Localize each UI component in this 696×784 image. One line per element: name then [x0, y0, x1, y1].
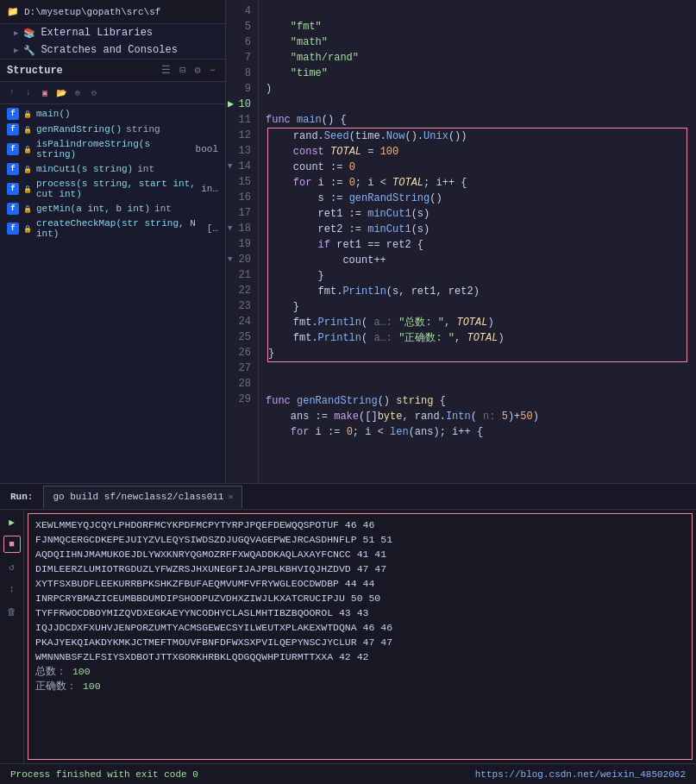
sort-desc-button[interactable]: ↓ [22, 86, 35, 100]
expand-all-button[interactable]: ⊕ [71, 86, 85, 100]
func-name3: isPalindromeString(s string) [36, 139, 191, 160]
ln-13: 13 [226, 143, 258, 159]
struct-item-ispalindrome[interactable]: f 🔒 isPalindromeString(s string) bool [0, 137, 225, 161]
structure-toolbar: ↑ ↓ ▣ 📂 ⊕ ⊖ [0, 82, 225, 104]
ln-27: 27 [226, 361, 258, 376]
func-badge7: f [7, 223, 19, 235]
expand-icon: ▶ [14, 28, 18, 38]
func-name7: createCheckMap(str string, N int) [36, 218, 203, 239]
func-name5: process(s string, start int, cut int) [36, 179, 197, 199]
ln-20: ▼20 [226, 252, 258, 267]
exit-status: Process finished with exit code 0 [10, 769, 198, 780]
sidebar: 📁 D:\mysetup\gopath\src\sf ▶ 📚 External … [0, 0, 226, 483]
ln-14: ▼14 [226, 159, 258, 174]
func-badge4: f [7, 163, 19, 175]
line-numbers: 4 5 6 7 8 9 ▶10 11 12 13 ▼14 15 16 17 ▼1… [226, 0, 259, 483]
structure-header: Structure ☰ ⊟ ⚙ − [0, 60, 225, 82]
func-name: main() [36, 109, 71, 119]
struct-item-genrandstring[interactable]: f 🔒 genRandString() string [0, 122, 225, 137]
ln-18: ▼18 [226, 221, 258, 236]
total-value: 100 [72, 666, 91, 677]
lock-icon7: 🔒 [23, 225, 32, 233]
func-type4: int [137, 164, 154, 174]
run-scroll-button[interactable]: ↕ [3, 580, 21, 598]
output-line-1: XEWLMMEYQJCQYLPHDORFMCYKPDFMCPYTYRPJPQEF… [35, 517, 685, 532]
func-type7: [… [207, 223, 218, 234]
func-badge5: f [7, 183, 19, 195]
func-badge2: f [7, 123, 19, 135]
lock-icon: 🔒 [23, 110, 32, 118]
group-button[interactable]: 📂 [54, 86, 68, 100]
run-stop-button[interactable]: ■ [3, 536, 21, 553]
structure-expand-icon[interactable]: ⊟ [177, 63, 188, 78]
ln-29: 29 [226, 392, 258, 407]
run-play-button[interactable]: ▶ [3, 513, 21, 530]
run-rerun-button[interactable]: ↺ [3, 558, 21, 575]
structure-settings-icon[interactable]: ☰ [159, 63, 173, 78]
struct-item-process[interactable]: f 🔒 process(s string, start int, cut int… [0, 177, 225, 201]
run-clear-button[interactable]: 🗑 [3, 603, 21, 620]
code-content: 4 5 6 7 8 9 ▶10 11 12 13 ▼14 15 16 17 ▼1… [226, 0, 696, 483]
lock-icon3: 🔒 [23, 146, 32, 154]
total-label: 总数： [35, 666, 66, 677]
func-name4: minCut1(s string) [36, 164, 133, 174]
output-line-3: AQDQIIHNJMAMUKOEJDLYWXKNRYQGMOZRFFXWQADD… [35, 547, 685, 561]
correct-label: 正确数： [35, 681, 77, 692]
scratch-icon: 🔧 [23, 45, 35, 56]
ln-6: 6 [226, 34, 258, 50]
lock-icon6: 🔒 [23, 205, 32, 213]
output-line-6: INRPCRYBMAZICEUMBBDUMDIPSHODPUZVDHXZIWJL… [35, 591, 685, 605]
func-badge6: f [7, 203, 19, 215]
library-icon: 📚 [23, 28, 35, 39]
collapse-all-button[interactable]: ⊖ [87, 86, 101, 100]
structure-tools: ☰ ⊟ ⚙ − [159, 63, 218, 78]
output-line-2: FJNMQCERGCDKEPEJUIYZVLEQYSIWDSZDJUGQVAGE… [35, 532, 685, 547]
lock-icon2: 🔒 [23, 126, 32, 134]
ln-24: 24 [226, 314, 258, 329]
ln-23: 23 [226, 298, 258, 314]
ln-17: 17 [226, 205, 258, 221]
output-line-5: XYTFSXBUDFLEEKURRBPKSHKZFBUFAEQMVUMFVFRY… [35, 576, 685, 591]
output-line-8: IQJJDCDXFXUHVJENPORZUMTYACMSGEWECSYILWEU… [35, 620, 685, 635]
filter-button[interactable]: ▣ [38, 86, 52, 100]
struct-item-mincut[interactable]: f 🔒 minCut1(s string) int [0, 161, 225, 177]
output-total: 总数： 100 [35, 664, 685, 679]
structure-gear-icon[interactable]: ⚙ [192, 63, 204, 78]
struct-item-getmin[interactable]: f 🔒 getMin(a int, b int) int [0, 201, 225, 216]
struct-item-main[interactable]: f 🔒 main() [0, 106, 225, 122]
ln-22: 22 [226, 283, 258, 298]
output-line-7: TYFFRWOCDBOYMIZQVDXEGKAEYYNCODHYCLASLMHT… [35, 605, 685, 620]
structure-list: f 🔒 main() f 🔒 genRandString() string f … [0, 104, 225, 483]
run-output: XEWLMMEYQJCQYLPHDORFMCYKPDFMCPYTYRPJPQEF… [28, 513, 693, 760]
project-header: 📁 D:\mysetup\gopath\src\sf [0, 0, 225, 24]
ln-28: 28 [226, 376, 258, 392]
ln-19: 19 [226, 236, 258, 252]
structure-minus-icon[interactable]: − [207, 64, 218, 78]
output-correct: 正确数： 100 [35, 679, 685, 693]
output-line-9: PKAJYEKQIAKDYKMKJCTMEFTMOUVFBNFDFWXSXPVI… [35, 635, 685, 649]
func-badge3: f [7, 143, 19, 155]
run-panel: Run: go build sf/newclass2/class011 ✕ ▶ … [0, 483, 696, 763]
ln-11: 11 [226, 112, 258, 128]
sidebar-item-scratches[interactable]: ▶ 🔧 Scratches and Consoles [0, 41, 225, 59]
sidebar-item-external-libraries[interactable]: ▶ 📚 External Libraries [0, 24, 225, 41]
lock-icon5: 🔒 [23, 185, 32, 193]
func-type5: in… [201, 184, 218, 194]
correct-value: 100 [83, 681, 101, 692]
run-tab-main[interactable]: go build sf/newclass2/class011 ✕ [43, 486, 242, 508]
ln-7: 7 [226, 50, 258, 66]
struct-item-createcheckmap[interactable]: f 🔒 createCheckMap(str string, N int) [… [0, 216, 225, 241]
lock-icon4: 🔒 [23, 166, 32, 173]
run-tab-label: Run: [7, 492, 36, 502]
ln-15: 15 [226, 174, 258, 190]
run-tab-close[interactable]: ✕ [228, 492, 233, 502]
csdn-link[interactable]: https://blog.csdn.net/weixin_48502062 [475, 769, 686, 780]
sort-asc-button[interactable]: ↑ [5, 86, 19, 100]
structure-panel: Structure ☰ ⊟ ⚙ − ↑ ↓ ▣ 📂 ⊕ ⊖ f 🔒 [0, 59, 225, 483]
output-line-4: DIMLEERZLUMIOTRGDUZLYFWZRSJHXUNEGFIJAJPB… [35, 561, 685, 576]
func-name2: genRandString() [36, 124, 122, 135]
ln-16: 16 [226, 190, 258, 205]
ln-8: 8 [226, 66, 258, 81]
ln-9: 9 [226, 81, 258, 97]
func-type2: string [126, 124, 160, 135]
